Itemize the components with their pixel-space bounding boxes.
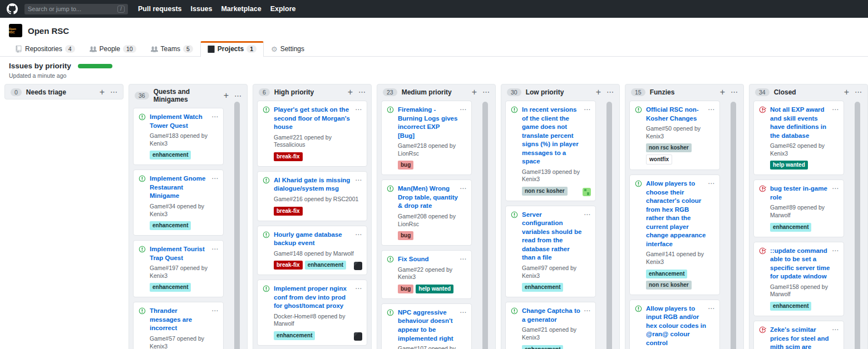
issue-title-link[interactable]: Fix Sound (398, 255, 460, 264)
card-menu-button[interactable]: ⋯ (708, 180, 714, 187)
issue-title-link[interactable]: Implement proper nginx conf from dev int… (274, 285, 355, 311)
issue-card[interactable]: NPC aggressive behaviour doesn't appear … (381, 303, 472, 349)
issue-card[interactable]: Thrander messages are incorrect⋯Game#57 … (133, 302, 224, 349)
card-menu-button[interactable]: ⋯ (584, 307, 590, 315)
nav-link-marketplace[interactable]: Marketplace (221, 5, 261, 13)
nav-link-explore[interactable]: Explore (270, 5, 296, 13)
add-card-button[interactable]: + (844, 88, 849, 96)
card-menu-button[interactable]: ⋯ (460, 308, 466, 316)
issue-title-link[interactable]: Firemaking - Burning Logs gives incorrec… (398, 106, 460, 140)
issue-card[interactable]: Hourly game database backup event⋯Game#1… (257, 226, 367, 276)
column-menu-button[interactable]: ⋯ (358, 88, 366, 96)
tab-settings[interactable]: ⚙ Settings (264, 41, 312, 57)
issue-card[interactable]: Fix Sound⋯Game#22 opened by Kenix3bughel… (381, 250, 472, 299)
card-menu-button[interactable]: ⋯ (355, 231, 362, 238)
card-menu-button[interactable]: ⋯ (211, 307, 218, 315)
issue-card[interactable]: Implement Gnome Restaurant Minigame⋯Game… (133, 169, 224, 236)
issue-card[interactable]: Man(Men) Wrong Drop table, quantity & dr… (381, 180, 472, 246)
issue-card[interactable]: Implement Tourist Trap Quest⋯Game#197 op… (133, 240, 224, 297)
card-menu-button[interactable]: ⋯ (708, 305, 714, 312)
issue-title-link[interactable]: Al Kharid gate is missing dialogue/syste… (274, 176, 355, 193)
add-card-button[interactable]: + (100, 88, 105, 96)
card-menu-button[interactable]: ⋯ (460, 185, 466, 192)
card-menu-button[interactable]: ⋯ (708, 106, 714, 113)
issue-card[interactable]: In recent versions of the client the gam… (505, 101, 596, 201)
issue-title-link[interactable]: Implement Tourist Trap Quest (150, 245, 211, 262)
card-menu-button[interactable]: ⋯ (584, 211, 590, 218)
card-menu-button[interactable]: ⋯ (211, 245, 218, 253)
nav-link-pull-requests[interactable]: Pull requests (138, 5, 182, 13)
issue-card[interactable]: Firemaking - Burning Logs gives incorrec… (381, 101, 472, 175)
column-scrollbar[interactable] (234, 102, 240, 349)
issue-title-link[interactable]: Implement Watch Tower Quest (150, 113, 211, 130)
tab-label: Repositories (25, 45, 62, 53)
issue-title-link[interactable]: Player's get stuck on the second floor o… (274, 106, 355, 132)
issue-card[interactable]: Change Captcha to a generator⋯Game#21 op… (505, 302, 596, 349)
tab-repositories[interactable]: Repositories 4 (8, 41, 82, 57)
add-card-button[interactable]: + (224, 92, 229, 99)
card-menu-button[interactable]: ⋯ (355, 285, 362, 292)
issue-title-link[interactable]: Not all EXP award and skill events have … (770, 106, 832, 140)
add-card-button[interactable]: + (348, 88, 353, 96)
column-menu-button[interactable]: ⋯ (855, 88, 862, 96)
project-title[interactable]: Issues by priority (9, 62, 71, 70)
issue-title-link[interactable]: Thrander messages are incorrect (150, 307, 211, 333)
add-card-button[interactable]: + (720, 88, 725, 96)
column-scrollbar[interactable] (731, 102, 736, 349)
add-card-button[interactable]: + (596, 88, 601, 96)
card-menu-button[interactable]: ⋯ (832, 106, 839, 113)
tab-teams[interactable]: Teams 5 (144, 41, 200, 57)
column-menu-button[interactable]: ⋯ (606, 88, 614, 96)
column-scrollbar[interactable] (606, 102, 612, 349)
issue-card[interactable]: Not all EXP award and skill events have … (753, 101, 844, 175)
issue-card[interactable]: Allow players to choose their character'… (629, 174, 720, 295)
card-menu-button[interactable]: ⋯ (460, 106, 466, 113)
tab-people[interactable]: People 10 (82, 41, 144, 57)
issue-card[interactable]: Zeke's scimitar prices for steel and mit… (753, 321, 844, 349)
issue-title-link[interactable]: bug tester in-game role (770, 185, 832, 202)
issue-title-link[interactable]: In recent versions of the client the gam… (522, 106, 584, 166)
issue-card[interactable]: Allow players to input RGB and/or hex co… (629, 300, 720, 349)
issue-card[interactable]: Implement Watch Tower Quest⋯Game#183 ope… (133, 108, 224, 165)
issue-card[interactable]: ::update command able to be set a specif… (753, 242, 844, 316)
issue-title-link[interactable]: Allow players to choose their character'… (646, 180, 708, 248)
issue-card[interactable]: Server configuration variables should be… (505, 206, 596, 297)
issue-card[interactable]: bug tester in-game role⋯Game#89 opened b… (753, 180, 844, 237)
issue-card[interactable]: Al Kharid gate is missing dialogue/syste… (257, 171, 367, 221)
issue-title-link[interactable]: Implement Gnome Restaurant Minigame (150, 174, 211, 201)
issue-title-link[interactable]: Allow players to input RGB and/or hex co… (646, 305, 708, 348)
issue-title-link[interactable]: Server configuration variables should be… (522, 211, 584, 262)
column-menu-button[interactable]: ⋯ (234, 92, 241, 100)
column-scrollbar[interactable] (482, 102, 488, 349)
issue-label: enhancement (305, 261, 346, 270)
card-menu-button[interactable]: ⋯ (584, 106, 590, 113)
issue-card[interactable]: Official RSC non-Kosher Changes⋯Game#50 … (629, 101, 720, 170)
card-menu-button[interactable]: ⋯ (832, 247, 839, 255)
column-menu-button[interactable]: ⋯ (482, 88, 490, 96)
card-menu-button[interactable]: ⋯ (355, 176, 362, 184)
issue-title-link[interactable]: NPC aggressive behaviour doesn't appear … (398, 308, 460, 343)
issue-title-link[interactable]: Change Captcha to a generator (522, 307, 584, 324)
column-menu-button[interactable]: ⋯ (731, 88, 738, 96)
card-menu-button[interactable]: ⋯ (211, 113, 218, 121)
org-avatar[interactable]: Open RSC (9, 24, 22, 37)
card-menu-button[interactable]: ⋯ (211, 174, 218, 182)
issue-title-link[interactable]: Zeke's scimitar prices for steel and mit… (770, 326, 832, 349)
tab-projects[interactable]: Projects 1 (200, 41, 264, 57)
search-input[interactable] (28, 6, 115, 12)
nav-link-issues[interactable]: Issues (191, 5, 213, 13)
issue-title-link[interactable]: Official RSC non-Kosher Changes (646, 106, 708, 123)
card-menu-button[interactable]: ⋯ (832, 185, 839, 192)
card-menu-button[interactable]: ⋯ (355, 106, 362, 113)
issue-title-link[interactable]: Hourly game database backup event (274, 231, 355, 248)
add-card-button[interactable]: + (472, 88, 477, 96)
github-logo-icon[interactable] (7, 3, 18, 14)
column-scrollbar[interactable] (855, 102, 860, 349)
issue-card[interactable]: Player's get stuck on the second floor o… (257, 101, 367, 167)
issue-card[interactable]: Implement proper nginx conf from dev int… (257, 280, 367, 346)
issue-title-link[interactable]: Man(Men) Wrong Drop table, quantity & dr… (398, 185, 460, 211)
column-menu-button[interactable]: ⋯ (110, 88, 117, 96)
issue-title-link[interactable]: ::update command able to be set a specif… (770, 247, 832, 281)
card-menu-button[interactable]: ⋯ (832, 326, 839, 333)
card-menu-button[interactable]: ⋯ (460, 255, 466, 263)
